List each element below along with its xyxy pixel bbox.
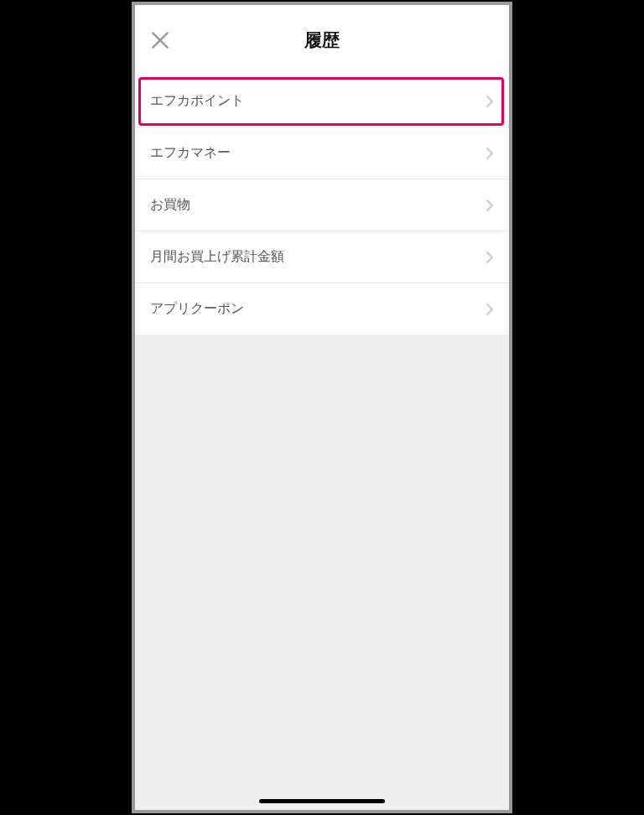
list-item-label: エフカマネー bbox=[150, 144, 231, 162]
content-area bbox=[135, 335, 509, 810]
list-item-efuka-point[interactable]: エフカポイント bbox=[135, 75, 509, 127]
device-frame: 履歴 エフカポイント エフカマネー お買物 bbox=[132, 2, 512, 813]
list-item-label: お買物 bbox=[150, 196, 190, 214]
screen: 履歴 エフカポイント エフカマネー お買物 bbox=[135, 5, 509, 810]
list-item-app-coupon[interactable]: アプリクーポン bbox=[135, 283, 509, 335]
chevron-right-icon bbox=[486, 251, 494, 264]
chevron-right-icon bbox=[486, 95, 494, 108]
close-icon bbox=[149, 29, 171, 51]
chevron-right-icon bbox=[486, 303, 494, 316]
list-item-shopping[interactable]: お買物 bbox=[135, 179, 509, 231]
header: 履歴 bbox=[135, 5, 509, 75]
page-title: 履歴 bbox=[304, 29, 340, 52]
list-item-monthly-total[interactable]: 月間お買上げ累計金額 bbox=[135, 231, 509, 283]
history-list: エフカポイント エフカマネー お買物 月 bbox=[135, 75, 509, 335]
chevron-right-icon bbox=[486, 147, 494, 160]
home-indicator[interactable] bbox=[259, 799, 385, 803]
close-button[interactable] bbox=[147, 27, 174, 54]
list-item-label: 月間お買上げ累計金額 bbox=[150, 248, 284, 266]
list-item-label: アプリクーポン bbox=[150, 300, 244, 318]
list-item-efuka-money[interactable]: エフカマネー bbox=[135, 127, 509, 179]
list-item-label: エフカポイント bbox=[150, 92, 244, 110]
chevron-right-icon bbox=[486, 199, 494, 212]
